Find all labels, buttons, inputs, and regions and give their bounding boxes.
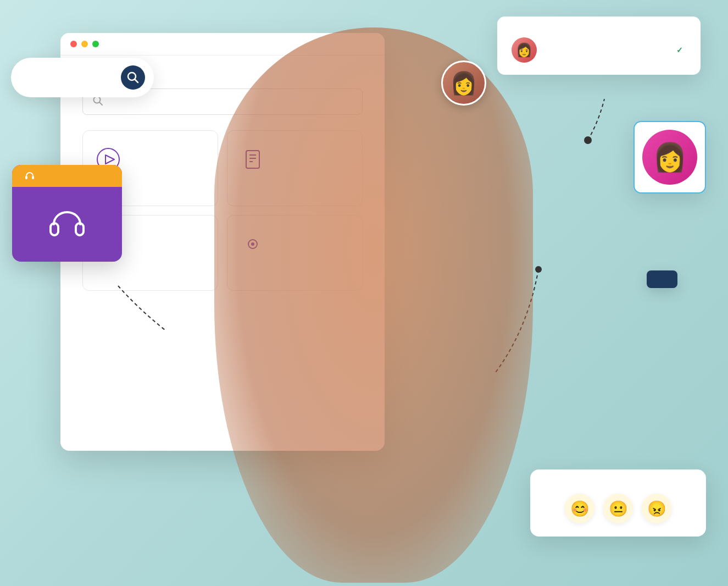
svg-rect-15 (25, 176, 27, 179)
guide-button[interactable] (647, 270, 677, 288)
feedback-emojis: 😊 😐 😠 (546, 494, 691, 523)
mobile-search-bar[interactable] (11, 58, 154, 97)
avatar-woman-top: 👩 (441, 60, 486, 106)
feedback-card: 😊 😐 😠 (530, 469, 706, 537)
custom-icon (241, 232, 265, 258)
kb-card-analytics-meta (96, 272, 102, 279)
content-icon (241, 147, 265, 174)
podcast-header (12, 165, 122, 187)
svg-rect-4 (246, 151, 259, 168)
guide-container: 👩 (633, 121, 706, 194)
svg-marker-3 (105, 155, 114, 164)
mobile-search-button[interactable] (121, 65, 145, 90)
window-maximize-dot (92, 41, 99, 47)
emoji-unhappy-button[interactable]: 😠 (642, 494, 671, 523)
kb-card-grid (82, 130, 363, 291)
svg-point-12 (251, 242, 254, 246)
kb-card-custom[interactable] (227, 215, 363, 291)
checkmark-icon: ✓ (676, 46, 683, 54)
guide-avatar: 👩 (642, 130, 697, 185)
podcast-icon-area (12, 187, 122, 262)
window-minimize-dot (81, 41, 88, 47)
podcast-headphones-icon (45, 202, 89, 246)
podcast-headphones-small-icon (24, 170, 35, 181)
svg-line-1 (99, 102, 102, 105)
answer-meta: 👩 ✓ (512, 37, 686, 63)
svg-line-14 (135, 80, 138, 83)
answer-author-avatar: 👩 (512, 37, 537, 63)
answer-card: 👩 ✓ (497, 16, 701, 75)
emoji-neutral-button[interactable]: 😐 (603, 494, 633, 523)
podcast-card[interactable] (12, 165, 122, 262)
svg-rect-16 (32, 176, 34, 179)
window-close-dot (70, 41, 77, 47)
kb-search-icon (93, 96, 103, 108)
window-titlebar (60, 33, 385, 56)
kb-card-content[interactable] (227, 130, 363, 206)
emoji-happy-button[interactable]: 😊 (565, 494, 594, 523)
best-answer-badge: ✓ (676, 46, 686, 54)
